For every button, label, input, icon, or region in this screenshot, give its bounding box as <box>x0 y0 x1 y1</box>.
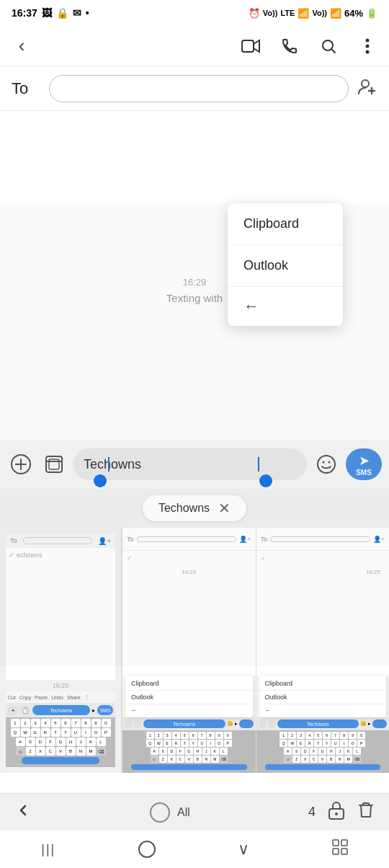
status-time: 16:37 <box>12 7 37 19</box>
signal-lte-text: LTE <box>280 9 295 17</box>
lock-button[interactable] <box>327 800 346 825</box>
top-bar-left: ‹ <box>9 33 35 59</box>
signal-bars1: 📶 <box>298 8 309 19</box>
circle-icon <box>150 802 170 823</box>
trash-button[interactable] <box>357 800 375 825</box>
svg-point-1 <box>323 40 333 50</box>
add-contact-button[interactable] <box>357 76 377 101</box>
svg-rect-15 <box>333 840 339 846</box>
svg-rect-16 <box>341 840 347 846</box>
bottom-bar: All 4 <box>0 793 389 831</box>
back-button[interactable]: ‹ <box>9 33 35 59</box>
signal-lte1: Vo)) <box>263 9 278 17</box>
all-label: All <box>177 806 190 819</box>
back-arrow-icon: ← <box>243 297 259 316</box>
bottom-back-button[interactable] <box>14 802 32 823</box>
dot-icon: • <box>86 7 89 19</box>
svg-rect-17 <box>333 849 339 854</box>
nav-home-button[interactable] <box>138 841 156 858</box>
video-call-button[interactable] <box>238 33 264 59</box>
to-row: To <box>0 66 389 111</box>
svg-rect-0 <box>242 40 254 52</box>
nav-recent-button[interactable]: ||| <box>41 842 55 857</box>
count-badge: 4 <box>308 805 316 820</box>
battery-icon: 🔋 <box>366 8 377 19</box>
photo-icon: 🖼 <box>42 7 52 19</box>
bottom-all-button[interactable]: All <box>150 802 190 823</box>
svg-point-5 <box>362 80 369 87</box>
status-right: ⏰ Vo)) LTE 📶 Vo)) 📶 64% 🔋 <box>249 8 377 19</box>
dropdown-outlook[interactable]: Outlook <box>228 245 343 287</box>
lock-status-icon: 🔒 <box>56 7 68 19</box>
search-button[interactable] <box>316 33 341 59</box>
svg-point-2 <box>366 38 370 42</box>
mail-icon: ✉ <box>73 7 81 19</box>
status-bar: 16:37 🖼 🔒 ✉ • ⏰ Vo)) LTE 📶 Vo)) 📶 64% 🔋 <box>0 0 389 26</box>
nav-back-button[interactable]: ∨ <box>238 840 249 859</box>
alarm-icon: ⏰ <box>249 8 260 19</box>
signal-bars2: 📶 <box>330 8 341 19</box>
dropdown-menu: Clipboard Outlook ← <box>228 203 343 326</box>
to-input[interactable] <box>49 75 349 102</box>
dropdown-clipboard[interactable]: Clipboard <box>228 203 343 245</box>
phone-call-button[interactable] <box>277 33 303 59</box>
bottom-right: 4 <box>308 800 375 825</box>
dropdown-back-button[interactable]: ← <box>228 287 343 326</box>
top-bar-right <box>238 33 380 59</box>
svg-point-3 <box>366 44 370 48</box>
battery-level: 64% <box>344 8 363 19</box>
svg-point-4 <box>366 50 370 53</box>
signal-vo2: Vo)) <box>312 9 327 17</box>
top-bar: ‹ <box>0 26 389 66</box>
svg-rect-18 <box>341 849 347 854</box>
to-label: To <box>12 79 40 98</box>
more-options-button[interactable] <box>354 33 380 59</box>
svg-point-14 <box>335 812 338 815</box>
android-nav-bar: ||| ∨ <box>0 831 389 868</box>
nav-grid-button[interactable] <box>332 839 348 859</box>
status-left: 16:37 🖼 🔒 ✉ • <box>12 7 89 19</box>
